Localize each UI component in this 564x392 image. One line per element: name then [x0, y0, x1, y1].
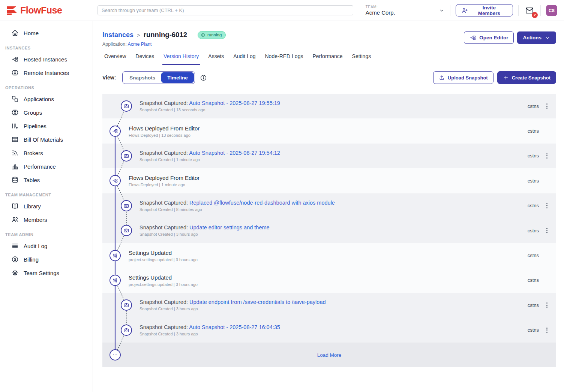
camera-icon — [123, 327, 129, 333]
kebab-menu-icon[interactable] — [542, 101, 552, 111]
timeline-row-snapshot: Snapshot Captured: Replaced @flowfuse/no… — [102, 193, 556, 218]
snapshot-actions: Upload Snapshot Create Snapshot — [433, 71, 556, 84]
ellipsis-marker — [110, 349, 121, 361]
timeline-entry-user: cstns — [528, 153, 539, 159]
flowfuse-logo[interactable]: FlowFuse — [0, 5, 93, 16]
rss-icon — [11, 149, 19, 157]
create-snapshot-label: Create Snapshot — [512, 75, 550, 81]
view-toggle-timeline[interactable]: Timeline — [161, 72, 194, 83]
sidebar-item-hosted-instances[interactable]: Hosted Instances — [0, 52, 93, 66]
tab-devices[interactable]: Devices — [134, 53, 155, 65]
sidebar-item-library[interactable]: Library — [0, 199, 93, 213]
sidebar-item-label: Tables — [24, 177, 40, 183]
sidebar-item-team-settings[interactable]: Team Settings — [0, 266, 93, 280]
tab-overview[interactable]: Overview — [103, 53, 127, 65]
upload-snapshot-button[interactable]: Upload Snapshot — [433, 71, 494, 84]
flow-marker — [110, 126, 121, 137]
timeline-entry-title: Snapshot Captured: Update endpoint from … — [140, 299, 326, 305]
camera-icon — [123, 103, 129, 109]
sidebar-item-bill-of-materials[interactable]: Bill Of Materials — [0, 133, 93, 146]
timeline-entry-right: cstns — [528, 94, 552, 118]
snapshot-link[interactable]: Update editor settings and theme — [189, 224, 270, 230]
sidebar-item-brokers[interactable]: Brokers — [0, 146, 93, 160]
timeline-row-snapshot: Snapshot Captured: Update editor setting… — [102, 218, 556, 243]
timeline-entry-body: Snapshot Captured: Update editor setting… — [140, 224, 270, 236]
list-icon — [11, 242, 19, 250]
sidebar-item-applications[interactable]: Applications — [0, 92, 93, 106]
actions-label: Actions — [523, 35, 542, 40]
timeline-entry-right: cstns — [528, 243, 552, 268]
sidebar-item-members[interactable]: Members — [0, 213, 93, 226]
kebab-menu-icon[interactable] — [542, 201, 552, 211]
timeline-entry-meta: Snapshot Created | 3 hours ago — [140, 332, 280, 336]
snapshot-link[interactable]: Auto Snapshot - 2025-08-27 19:54:12 — [189, 150, 280, 156]
timeline-entry-title: Settings Updated — [129, 274, 198, 280]
timeline-entry-title: Settings Updated — [129, 249, 198, 256]
info-icon[interactable] — [200, 74, 207, 81]
sidebar-item-performance[interactable]: Performance — [0, 160, 93, 173]
kebab-menu-icon[interactable] — [542, 300, 552, 310]
snapshot-link[interactable]: Auto Snapshot - 2025-08-27 16:04:35 — [189, 324, 280, 330]
topbar: FlowFuse TEAM: Acme Corp. Invite Members… — [0, 0, 564, 21]
sidebar-item-pipelines[interactable]: Pipelines — [0, 119, 93, 133]
sidebar-item-audit-log[interactable]: Audit Log — [0, 239, 93, 253]
actions-button[interactable]: Actions — [517, 31, 556, 44]
sidebar-item-label: Applications — [24, 96, 54, 102]
tab-version-history[interactable]: Version History — [162, 53, 200, 65]
timeline-row-snapshot: Snapshot Captured: Auto Snapshot - 2025-… — [102, 144, 556, 168]
timeline-row-load-more: Load More — [102, 343, 556, 367]
camera-marker — [121, 150, 132, 162]
tab-audit-log[interactable]: Audit Log — [232, 53, 256, 65]
search-input[interactable] — [98, 5, 353, 15]
snapshot-link[interactable]: Replaced @flowfuse/node-red-dashboard wi… — [189, 200, 335, 206]
sidebar-item-label: Team Settings — [24, 270, 59, 276]
invite-members-button[interactable]: Invite Members — [456, 4, 513, 16]
view-toggle-group: SnapshotsTimeline — [122, 71, 195, 84]
timeline-entry-right: cstns — [528, 118, 552, 143]
kebab-menu-icon[interactable] — [542, 325, 552, 335]
tab-node-red-logs[interactable]: Node-RED Logs — [264, 53, 304, 65]
database-icon — [11, 176, 19, 184]
sidebar-item-home[interactable]: Home — [0, 26, 93, 40]
flow-icon — [112, 128, 118, 134]
sidebar-item-groups[interactable]: Groups — [0, 106, 93, 119]
team-label: TEAM: — [366, 5, 395, 9]
snapshot-link[interactable]: Update endpoint from /save-credentials t… — [189, 299, 326, 305]
kebab-menu-icon[interactable] — [542, 226, 552, 235]
timeline-entry-user: cstns — [528, 277, 539, 283]
snapshot-link[interactable]: Auto Snapshot - 2025-08-27 19:55:19 — [189, 100, 280, 106]
tab-assets[interactable]: Assets — [207, 53, 225, 65]
play-circle-icon — [201, 33, 206, 37]
load-more-link[interactable]: Load More — [102, 343, 556, 367]
notifications-button[interactable]: 2 — [524, 5, 535, 16]
sliders-icon — [112, 277, 118, 283]
breadcrumb-instances-link[interactable]: Instances — [102, 31, 134, 39]
avatar[interactable]: CS — [546, 5, 557, 16]
timeline-entry-title: Snapshot Captured: Auto Snapshot - 2025-… — [140, 324, 280, 330]
tab-settings[interactable]: Settings — [351, 53, 372, 65]
sidebar-item-remote-instances[interactable]: Remote Instances — [0, 66, 93, 79]
open-editor-button[interactable]: Open Editor — [464, 31, 514, 44]
sidebar: HomeINSTANCESHosted InstancesRemote Inst… — [0, 21, 93, 392]
sliders-marker — [110, 275, 121, 286]
timeline-entry-right: cstns — [528, 144, 552, 168]
sidebar-item-billing[interactable]: Billing — [0, 253, 93, 266]
timeline-entry-body: Snapshot Captured: Update endpoint from … — [140, 299, 326, 311]
timeline-entry-meta: Snapshot Created | 1 minute ago — [140, 157, 280, 162]
create-snapshot-button[interactable]: Create Snapshot — [497, 71, 556, 84]
sidebar-item-label: Library — [24, 203, 41, 209]
upload-snapshot-label: Upload Snapshot — [448, 75, 488, 81]
group-chip-icon — [11, 109, 19, 116]
timeline-row-event: Flows Deployed From EditorFlows Deployed… — [102, 168, 556, 193]
team-selector[interactable]: TEAM: Acme Corp. — [366, 5, 445, 16]
sidebar-item-tables[interactable]: Tables — [0, 173, 93, 187]
timeline-entry-user: cstns — [528, 178, 539, 184]
head-actions: Open Editor Actions — [464, 31, 556, 44]
sidebar-item-label: Billing — [24, 256, 39, 263]
view-toggle-snapshots[interactable]: Snapshots — [123, 72, 161, 83]
applications-icon — [11, 95, 19, 103]
application-link[interactable]: Acme Plant — [128, 42, 152, 47]
tab-performance[interactable]: Performance — [311, 53, 344, 65]
sidebar-item-label: Brokers — [24, 150, 43, 156]
kebab-menu-icon[interactable] — [542, 151, 552, 161]
